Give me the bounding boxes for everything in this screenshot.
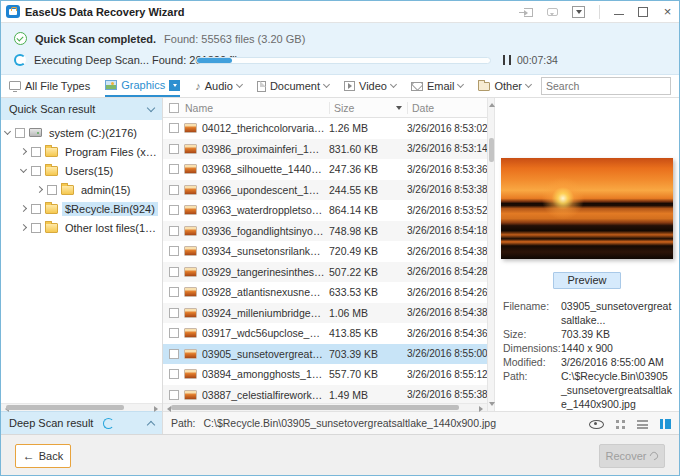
tree-checkbox[interactable] <box>15 128 25 138</box>
row-checkbox[interactable] <box>169 369 179 379</box>
check-circle-icon <box>14 32 27 45</box>
capture-icon[interactable] <box>524 8 533 17</box>
row-checkbox[interactable] <box>169 185 179 195</box>
table-row[interactable]: 03968_silhouette_1440x900.jpg 247.36 KB … <box>163 159 487 180</box>
tree-expand-icon[interactable] <box>4 128 11 135</box>
quick-scan-result-header[interactable]: Quick Scan result <box>1 98 162 120</box>
filter-all-file-types[interactable]: All File Types <box>9 75 90 97</box>
tree-horizontal-scrollbar[interactable] <box>1 403 162 411</box>
graphics-dropdown-icon[interactable] <box>169 80 180 91</box>
table-row[interactable]: 03924_milleniumbridge_1440x9... 1.06 MB … <box>163 303 487 324</box>
scrollbar-thumb[interactable] <box>489 138 494 162</box>
list-vertical-scrollbar[interactable] <box>488 98 495 411</box>
row-checkbox[interactable] <box>169 144 179 154</box>
detail-view-icon[interactable] <box>660 419 671 429</box>
row-checkbox[interactable] <box>169 205 179 215</box>
scroll-down-icon[interactable] <box>489 402 495 409</box>
tree-item[interactable]: Other lost files(1234) <box>1 218 162 237</box>
table-row[interactable]: 04012_therichcolorvariationsof... 1.26 M… <box>163 118 487 139</box>
feedback-icon[interactable] <box>547 8 558 16</box>
file-list-panel: Name Size Date <box>163 98 488 411</box>
row-checkbox[interactable] <box>169 287 179 297</box>
eye-preview-icon[interactable] <box>589 420 604 429</box>
tree-expand-icon[interactable] <box>20 166 27 173</box>
scroll-right-icon[interactable] <box>154 406 161 412</box>
scrollbar-thumb[interactable] <box>171 405 459 410</box>
table-row[interactable]: 03928_atlantisnexusnebula_144... 633.53 … <box>163 282 487 303</box>
tree-node-icon <box>29 128 42 137</box>
tree-expand-icon[interactable] <box>36 186 43 193</box>
table-row[interactable]: 03929_tangerinesinthesky_1440... 507.22 … <box>163 262 487 283</box>
row-checkbox[interactable] <box>169 328 179 338</box>
row-checkbox[interactable] <box>169 123 179 133</box>
row-checkbox[interactable] <box>169 246 179 256</box>
recover-button[interactable]: Recover <box>599 444 665 468</box>
column-header-name[interactable]: Name <box>163 102 329 114</box>
scroll-up-icon[interactable] <box>489 100 495 107</box>
minimize-button[interactable] <box>614 6 624 17</box>
row-checkbox[interactable] <box>169 390 179 400</box>
scrollbar-thumb[interactable] <box>6 405 124 410</box>
table-row[interactable]: 03936_fogandlightsinyosemite... 748.98 K… <box>163 221 487 242</box>
close-button[interactable]: × <box>662 6 673 17</box>
filter-graphics[interactable]: Graphics <box>105 75 180 97</box>
row-checkbox[interactable] <box>169 226 179 236</box>
menu-dropdown-icon[interactable] <box>572 6 585 18</box>
image-file-icon <box>184 287 197 297</box>
tree-node-icon <box>61 185 74 195</box>
sort-arrow-icon[interactable] <box>396 106 402 113</box>
search-input[interactable] <box>542 80 680 92</box>
table-row[interactable]: 03917_wdc56upclose_1440x90... 413.85 KB … <box>163 323 487 344</box>
list-view-icon[interactable] <box>637 420 648 429</box>
row-checkbox[interactable] <box>169 267 179 277</box>
tree-item[interactable]: system (C:)(2176) <box>1 123 162 142</box>
tree-item[interactable]: $Recycle.Bin(924) <box>1 199 162 218</box>
maximize-button[interactable] <box>638 7 648 17</box>
scroll-left-icon[interactable] <box>164 406 171 412</box>
preview-button[interactable]: Preview <box>553 272 621 289</box>
tree-checkbox[interactable] <box>31 147 41 157</box>
row-checkbox[interactable] <box>169 164 179 174</box>
row-checkbox[interactable] <box>169 349 179 359</box>
row-checkbox[interactable] <box>169 308 179 318</box>
thumbnail-view-icon[interactable] <box>616 420 625 429</box>
table-row[interactable]: 03963_waterdroppletsonsunro... 864.14 KB… <box>163 200 487 221</box>
tree-checkbox[interactable] <box>31 223 41 233</box>
tree-node-icon <box>45 204 58 214</box>
filter-document[interactable]: Document <box>257 75 329 97</box>
column-header-date[interactable]: Date <box>407 102 487 114</box>
video-icon <box>344 81 355 91</box>
filter-video[interactable]: Video <box>344 75 396 97</box>
back-button[interactable]: ← Back <box>15 444 71 468</box>
tree-expand-icon[interactable] <box>20 205 27 212</box>
table-row[interactable]: 03905_sunsetovergreatsaltlake... 703.39 … <box>163 344 487 365</box>
image-file-icon <box>184 349 197 359</box>
app-logo-icon <box>6 5 20 18</box>
tree-checkbox[interactable] <box>31 204 41 214</box>
filter-email[interactable]: Email <box>411 75 464 97</box>
filter-audio[interactable]: ♪ Audio <box>195 75 242 97</box>
table-row[interactable]: 03966_upondescent_1440x900.... 244.55 KB… <box>163 180 487 201</box>
select-all-checkbox[interactable] <box>169 103 179 113</box>
deep-scan-result-header[interactable]: Deep Scan result <box>1 411 162 434</box>
tree-item[interactable]: Program Files (x86)(3) <box>1 142 162 161</box>
pause-icon[interactable] <box>503 55 511 65</box>
quick-scan-status-row: Quick Scan completed. Found: 55563 files… <box>14 32 305 45</box>
tree-item[interactable]: Users(15) <box>1 161 162 180</box>
table-row[interactable]: 03887_celestialfireworks_1440x... 1.49 M… <box>163 385 487 404</box>
tree-checkbox[interactable] <box>31 166 41 176</box>
table-row[interactable]: 03986_proximainferi_1440x900.... 831.60 … <box>163 139 487 160</box>
filter-other[interactable]: Other <box>478 75 531 97</box>
scroll-right-icon[interactable] <box>479 406 486 412</box>
list-horizontal-scrollbar[interactable] <box>163 403 487 411</box>
table-row[interactable]: 03894_amongghosts_1440x900... 557.70 KB … <box>163 364 487 385</box>
column-header-size[interactable]: Size <box>329 102 407 114</box>
search-box[interactable] <box>541 77 671 95</box>
tree-expand-icon[interactable] <box>20 148 27 155</box>
tree-expand-icon[interactable] <box>20 224 27 231</box>
tree-checkbox[interactable] <box>47 185 57 195</box>
titlebar-buttons: × <box>524 5 673 19</box>
table-row[interactable]: 03934_sunsetonsrilanka_1440x... 720.49 K… <box>163 241 487 262</box>
deep-scan-progress-bar <box>196 57 491 64</box>
tree-item[interactable]: admin(15) <box>1 180 162 199</box>
